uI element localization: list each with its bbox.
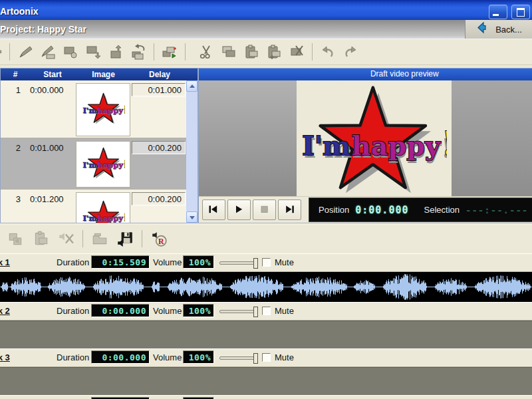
- frame-row-2-selected[interactable]: 2 0:01.000 I'mhappy! I'mhappy! 0:00.200: [1, 138, 188, 190]
- draw-icon[interactable]: [17, 43, 34, 61]
- revert-frames-icon[interactable]: [130, 43, 147, 61]
- track-1-volume-display: 100%: [183, 255, 214, 269]
- record-sound-icon[interactable]: R: [150, 229, 168, 248]
- preview-title: Draft video preview: [199, 68, 532, 80]
- scroll-up-icon: [190, 84, 195, 88]
- art-text: I'mhappy!: [82, 211, 125, 222]
- save-sound-icon[interactable]: [116, 229, 134, 248]
- go-to-end-button[interactable]: [278, 200, 301, 220]
- preview-letterbox-left: [199, 80, 299, 196]
- frame-thumbnail[interactable]: I'mhappy! I'mhappy!: [76, 141, 130, 188]
- back-arrow-icon: [475, 21, 491, 37]
- play-button[interactable]: [227, 200, 251, 220]
- slider-handle[interactable]: [253, 258, 258, 269]
- move-frame-up-icon[interactable]: [107, 43, 124, 61]
- duration-label: Duration: [57, 306, 89, 316]
- back-button[interactable]: Back...: [465, 20, 532, 39]
- minimize-icon: [493, 14, 499, 16]
- frame-thumbnail[interactable]: I'mhappy! I'mhappy!: [76, 192, 130, 223]
- frame-delay-field[interactable]: 0:00.200: [132, 141, 186, 154]
- toolbar-separator: [142, 230, 142, 247]
- track-1-duration-display: 0:15.509: [91, 255, 150, 269]
- waveform-canvas: [0, 272, 532, 302]
- track-3-mute-checkbox[interactable]: [262, 353, 271, 362]
- go-to-start-button[interactable]: [202, 200, 225, 220]
- slider-handle[interactable]: [253, 307, 258, 317]
- track-3-duration-display: 0:00.000: [91, 350, 150, 364]
- insert-frame-icon[interactable]: [62, 43, 79, 61]
- back-button-label: Back...: [495, 25, 522, 35]
- preview-letterbox-right: [452, 80, 532, 196]
- move-frame-down-icon[interactable]: [84, 43, 102, 61]
- track-1-waveform[interactable]: [0, 272, 532, 302]
- copy-frames-icon[interactable]: [220, 43, 237, 61]
- scroll-down-button[interactable]: [186, 211, 198, 223]
- toolbar-separator: [82, 230, 83, 247]
- frame-start-time: 0:01.200: [30, 194, 64, 204]
- track-2-duration-display: 0:00.000: [91, 304, 150, 317]
- frames-table-body: 1 0:00.000 I'mhappy! I'mhappy! 0:01.000 …: [1, 80, 198, 223]
- track-1-mute-checkbox[interactable]: [262, 258, 271, 267]
- frame-delay-field[interactable]: 0:01.000: [132, 83, 186, 96]
- paste-insert-icon[interactable]: [265, 43, 283, 61]
- frames-table-header: # Start Image Delay: [1, 68, 198, 80]
- frames-scrollbar[interactable]: [186, 80, 198, 223]
- cut-icon[interactable]: [198, 43, 215, 61]
- star-artwork: I'mhappy! I'mhappy!: [81, 200, 125, 223]
- toolbar-separator: [185, 43, 186, 61]
- scroll-up-button[interactable]: [186, 80, 198, 92]
- slider-groove: [219, 310, 258, 313]
- column-header-start: Start: [30, 70, 75, 79]
- mute-label: Mute: [275, 257, 294, 267]
- star-artwork: I'mhappy! I'mhappy!: [81, 147, 125, 180]
- window-buttons: [489, 5, 530, 19]
- maximize-button[interactable]: [511, 5, 530, 19]
- delete-sound-icon[interactable]: [57, 229, 75, 248]
- selection-start-value: ---:--.---: [466, 205, 528, 215]
- open-sound-icon[interactable]: [90, 229, 109, 248]
- track-2-empty-lane: [0, 321, 532, 348]
- preview-canvas: I'mhappy! I'mhappy!: [299, 80, 452, 196]
- paste-frames-icon[interactable]: [243, 43, 260, 61]
- redo-icon[interactable]: [342, 43, 359, 61]
- track-3-name[interactable]: Track 3: [0, 352, 10, 362]
- frame-row-1[interactable]: 1 0:00.000 I'mhappy! I'mhappy! 0:01.000: [1, 80, 188, 138]
- track-3-volume-display: 100%: [183, 350, 214, 364]
- capture-frames-icon[interactable]: [161, 43, 178, 61]
- track-1-name[interactable]: Track 1: [0, 257, 10, 267]
- audio-tracks: Track 1 Duration 0:15.509 Volume 100% Mu…: [0, 253, 532, 399]
- track-3-volume-slider[interactable]: [219, 353, 258, 362]
- slider-handle[interactable]: [253, 353, 258, 364]
- frame-delay-field[interactable]: 0:00.200: [132, 192, 186, 205]
- frame-row-3[interactable]: 3 0:01.200 I'mhappy! I'mhappy! 0:00.200: [1, 190, 188, 223]
- track-2-mute-checkbox[interactable]: [262, 307, 271, 315]
- art-text: I'mhappy!: [82, 158, 125, 169]
- minimize-button[interactable]: [489, 5, 507, 19]
- copy-sound-icon[interactable]: [6, 229, 25, 248]
- paste-sound-icon[interactable]: [31, 229, 50, 248]
- frame-delay-value: 0:00.200: [148, 143, 182, 153]
- undo-icon[interactable]: [319, 43, 336, 61]
- track-1-volume-slider[interactable]: [219, 258, 258, 267]
- frame-thumbnail-art: I'mhappy! I'mhappy!: [81, 200, 125, 223]
- frame-thumbnail[interactable]: I'mhappy! I'mhappy!: [76, 83, 130, 136]
- preview-panel: Draft video preview I'mhappy! I'mhappy! …: [198, 68, 532, 223]
- stop-button[interactable]: [253, 200, 276, 220]
- preview-artwork: I'mhappy! I'mhappy!: [297, 80, 455, 196]
- clipped-edge-icon[interactable]: [0, 43, 5, 61]
- track-2-header: Track 2 Duration 0:00.000 Volume 100% Mu…: [0, 302, 532, 321]
- delete-frame-icon[interactable]: [288, 43, 305, 61]
- art-text: I'mhappy!: [302, 124, 447, 163]
- mute-label: Mute: [275, 352, 294, 362]
- track-2-name[interactable]: Track 2: [0, 306, 10, 316]
- toolbar-separator: [312, 43, 313, 61]
- frame-thumbnail-art: I'mhappy! I'mhappy!: [81, 147, 125, 182]
- duration-label: Duration: [57, 257, 89, 267]
- star-artwork: I'mhappy! I'mhappy!: [81, 92, 125, 126]
- frame-start-time: 0:00.000: [30, 85, 64, 95]
- project-title: Project: Happy Star: [0, 24, 86, 35]
- frame-number: 3: [10, 194, 21, 204]
- toolbar-separator: [154, 43, 154, 61]
- draw-on-copy-icon[interactable]: [39, 43, 57, 61]
- track-2-volume-slider[interactable]: [219, 307, 258, 316]
